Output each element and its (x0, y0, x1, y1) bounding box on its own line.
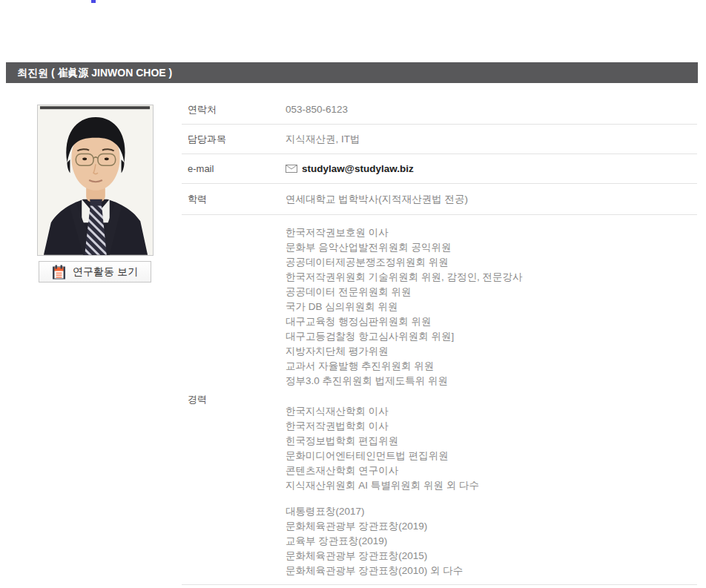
career-label: 경력 (182, 215, 286, 584)
career-line: 교과서 자율발행 추진위원회 위원 (286, 359, 697, 374)
career-line: 지방자치단체 평가위원 (286, 344, 697, 359)
contact-value: 053-850-6123 (286, 104, 697, 115)
career-line: 한국저작권보호원 이사 (286, 225, 697, 240)
email-label: e-mail (182, 163, 286, 174)
career-line: 정부3.0 추진위원회 법제도특위 위원 (286, 374, 697, 389)
table-row-career: 경력 한국저작권보호원 이사문화부 음악산업발전위원회 공익위원공공데이터제공분… (182, 215, 697, 585)
award-line: 문화체육관광부 장관표창(2015) (286, 549, 697, 564)
subjects-label: 담당과목 (182, 133, 286, 146)
table-row-education: 학력 연세대학교 법학박사(지적재산권법 전공) (182, 184, 697, 215)
career-line: 공공데이터제공분쟁조정위원회 위원 (286, 255, 697, 270)
subjects-value: 지식재산권, IT법 (286, 133, 697, 146)
career-line: 공공데이터 전문위원회 위원 (286, 285, 697, 300)
career-line: 지식재산위원회 AI 특별위원회 위원 외 다수 (286, 478, 697, 493)
table-row-subjects: 담당과목 지식재산권, IT법 (182, 125, 697, 154)
award-line: 대통령표창(2017) (286, 504, 697, 519)
career-line: 한국저작권위원회 기술위원회 위원, 감정인, 전문강사 (286, 270, 697, 285)
page-artifact-marker (91, 0, 96, 3)
career-line: 대구교육청 행정심판위원회 위원 (286, 314, 697, 329)
table-row-contact: 연락처 053-850-6123 (182, 95, 697, 125)
award-line: 문화체육관광부 장관표창(2010) 외 다수 (286, 564, 697, 578)
career-line: 국가 DB 심의위원회 위원 (286, 300, 697, 314)
career-value: 한국저작권보호원 이사문화부 음악산업발전위원회 공익위원공공데이터제공분쟁조정… (286, 215, 697, 584)
research-activity-button[interactable]: 연구활동 보기 (39, 261, 151, 283)
education-value: 연세대학교 법학박사(지적재산권법 전공) (286, 193, 697, 206)
portrait-image (38, 105, 153, 255)
award-line: 교육부 장관표창(2019) (286, 534, 697, 549)
award-line: 문화체육관광부 장관표창(2019) (286, 519, 697, 534)
profile-photo (37, 105, 154, 256)
page-title: 최진원 ( 崔眞源 JINWON CHOE ) (17, 67, 172, 79)
envelope-icon (286, 165, 297, 173)
table-row-email: e-mail studylaw@studylaw.biz (182, 154, 697, 184)
career-line: 한국지식재산학회 이사 (286, 404, 697, 419)
career-line: 힌국정보법학회 편집위원 (286, 434, 697, 449)
career-line: 콘텐츠재산학회 연구이사 (286, 463, 697, 478)
profile-header: 최진원 ( 崔眞源 JINWON CHOE ) (6, 62, 698, 83)
career-line: 한국저작권법학회 이사 (286, 419, 697, 434)
career-awards-list: 대통령표창(2017)문화체육관광부 장관표창(2019)교육부 장관표창(20… (286, 504, 697, 578)
profile-info-table: 연락처 053-850-6123 담당과목 지식재산권, IT법 e-mail … (182, 95, 697, 585)
career-academic-positions-list: 한국지식재산학회 이사한국저작권법학회 이사힌국정보법학회 편집위원문화미디어엔… (286, 404, 697, 493)
research-activity-button-label: 연구활동 보기 (73, 265, 138, 279)
contact-label: 연락처 (182, 103, 286, 116)
email-address: studylaw@studylaw.biz (302, 163, 414, 174)
career-line: 문화미디어엔터테인먼트법 편집위원 (286, 449, 697, 463)
career-line: 대구고등검찰청 항고심사위원회 위원] (286, 329, 697, 344)
career-line: 문화부 음악산업발전위원회 공익위원 (286, 240, 697, 255)
email-link[interactable]: studylaw@studylaw.biz (286, 163, 697, 174)
notepad-icon (52, 265, 66, 280)
education-label: 학력 (182, 193, 286, 206)
career-public-positions-list: 한국저작권보호원 이사문화부 음악산업발전위원회 공익위원공공데이터제공분쟁조정… (286, 225, 697, 389)
